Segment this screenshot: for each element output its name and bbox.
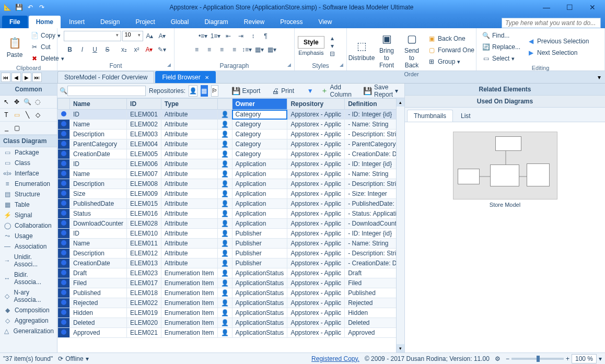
print-button[interactable]: 🖨Print — [267, 86, 298, 96]
table-row[interactable]: Rejected ELEM022 Enumeration Item 👤 Appl… — [58, 298, 404, 308]
save-report-button[interactable]: 💾Save Report ▾ — [359, 83, 402, 99]
table-row[interactable]: Hidden ELEM019 Enumeration Item 👤 Applic… — [58, 308, 404, 318]
table-row[interactable]: Approved ELEM021 Enumeration Item 👤 Appl… — [58, 328, 404, 338]
tell-me-input[interactable] — [502, 18, 601, 28]
sidebar-item[interactable]: ⤳Usage — [0, 231, 57, 241]
table-row[interactable]: ID ELEM010 Attribute 👤 Publisher Appstor… — [58, 229, 404, 239]
table-row[interactable]: Name ELEM007 Attribute 👤 Application App… — [58, 169, 404, 179]
forward-one-button[interactable]: ▢Forward One — [425, 45, 476, 55]
back-one-button[interactable]: ▣Back One — [425, 33, 476, 44]
nav-first-icon[interactable]: ⏮ — [1, 73, 10, 82]
shading-icon[interactable]: ▦▾ — [254, 44, 265, 55]
style-more-icon[interactable]: ⊟ — [327, 50, 338, 57]
text-tool-icon[interactable]: T — [2, 110, 11, 120]
undo-icon[interactable]: ↶ — [25, 2, 36, 13]
strike-icon[interactable]: S — [102, 44, 113, 55]
registered-link[interactable]: Registered Copy. — [311, 355, 359, 362]
repo-view3-icon[interactable]: 🏳 — [211, 85, 218, 97]
table-row[interactable]: Filed ELEM017 Enumeration Item 👤 Applica… — [58, 278, 404, 288]
column-header[interactable]: Repository — [287, 99, 345, 110]
shrink-font-icon[interactable]: A▾ — [157, 30, 168, 42]
select-button[interactable]: ▭Select ▾ — [480, 53, 522, 64]
minimize-button[interactable]: — — [536, 1, 557, 14]
offline-status[interactable]: ⟳Offline ▾ — [58, 355, 88, 362]
zoom-in-icon[interactable]: + — [566, 355, 569, 362]
table-row[interactable]: PublishedDate ELEM015 Attribute 👤 Applic… — [58, 199, 404, 209]
sidebar-item[interactable]: ◇N-ary Associa... — [0, 287, 57, 305]
tab-design[interactable]: Design — [93, 16, 127, 28]
export-button[interactable]: 💾Export — [227, 86, 265, 96]
table-row[interactable]: Status ELEM016 Attribute 👤 Application A… — [58, 209, 404, 219]
search-input[interactable] — [67, 86, 146, 96]
table-row[interactable]: Description ELEM012 Attribute 👤 Publishe… — [58, 249, 404, 259]
superscript-icon[interactable]: x² — [131, 44, 143, 55]
zoom-tool-icon[interactable]: 🔍 — [22, 97, 32, 107]
zoom-value[interactable]: 100 % — [572, 354, 597, 363]
shape-tool-icon[interactable]: ◇ — [33, 110, 42, 120]
save-icon[interactable]: 💾 — [14, 2, 24, 13]
line-spacing-icon[interactable]: ↕≡▾ — [241, 44, 253, 55]
settings-icon[interactable]: ⚙ — [495, 355, 501, 362]
sort-icon[interactable]: ↕ — [248, 30, 259, 42]
borders-icon[interactable]: ▦▾ — [266, 44, 278, 55]
column-header[interactable]: Type — [161, 99, 217, 110]
repo-view2-icon[interactable]: ▦ — [201, 85, 208, 97]
table-row[interactable]: Size ELEM009 Attribute 👤 Application App… — [58, 189, 404, 199]
sidebar-item[interactable]: ≡Enumeration — [0, 179, 57, 189]
vertical-scrollbar[interactable]: ▴ ▾ — [396, 98, 404, 353]
zoom-out-icon[interactable]: − — [506, 355, 509, 362]
scroll-down-icon[interactable]: ▾ — [397, 344, 404, 353]
pointer-tool-icon[interactable]: ↖ — [2, 97, 11, 107]
close-button[interactable]: ✕ — [582, 1, 603, 14]
zoom-dropdown-icon[interactable]: ▾ — [599, 355, 602, 362]
bold-icon[interactable]: B — [64, 44, 76, 55]
group-button[interactable]: ⊞Group ▾ — [425, 56, 476, 67]
distribute-button[interactable]: ⬚Distribute — [350, 38, 373, 63]
doc-tab-fieldbrowser[interactable]: Field Browser✕ — [155, 71, 215, 83]
tab-home[interactable]: Home — [29, 16, 61, 28]
column-header[interactable]: Owner — [232, 99, 287, 110]
nav-last-icon[interactable]: ⏭ — [32, 73, 42, 82]
italic-icon[interactable]: I — [77, 44, 88, 55]
table-row[interactable]: ID ELEM006 Attribute 👤 Application Appst… — [58, 159, 404, 169]
zoom-slider[interactable] — [511, 358, 564, 360]
close-tab-icon[interactable]: ✕ — [205, 75, 209, 80]
rect-tool-icon[interactable]: ▭ — [12, 110, 21, 120]
scroll-up-icon[interactable]: ▴ — [397, 98, 404, 107]
align-right-icon[interactable]: ≡ — [216, 44, 228, 55]
paragraph-marks-icon[interactable]: ¶ — [260, 30, 272, 42]
sidebar-item[interactable]: ▭Package — [0, 147, 57, 158]
font-family-combo[interactable] — [64, 31, 121, 41]
table-row[interactable]: CreationDate ELEM005 Attribute 👤 Categor… — [58, 149, 404, 159]
app-icon[interactable]: 📐 — [2, 2, 13, 13]
connector-tool-icon[interactable]: ⎯ — [2, 123, 11, 133]
style-down-icon[interactable]: ▾ — [327, 42, 338, 50]
sidebar-item[interactable]: ◇Aggregation — [0, 315, 57, 326]
tab-insert[interactable]: Insert — [62, 16, 92, 28]
grow-font-icon[interactable]: A▴ — [144, 30, 156, 42]
send-to-back-button[interactable]: ▢Send to Back — [400, 30, 423, 70]
tab-overflow-icon[interactable]: ▾ — [594, 72, 605, 83]
tab-view[interactable]: View — [311, 16, 340, 28]
align-left-icon[interactable]: ≡ — [191, 44, 203, 55]
table-row[interactable]: CreationDate ELEM013 Attribute 👤 Publish… — [58, 259, 404, 268]
table-row[interactable]: Description ELEM003 Attribute 👤 Category… — [58, 130, 404, 139]
pan-tool-icon[interactable]: ✥ — [12, 97, 21, 107]
table-row[interactable]: DownloadCounter ELEM028 Attribute 👤 Appl… — [58, 219, 404, 229]
line-tool-icon[interactable]: ╲ — [22, 110, 32, 120]
sidebar-item[interactable]: «i»Interface — [0, 168, 57, 179]
repo-view1-icon[interactable]: 👤 — [189, 85, 197, 97]
zoom-control[interactable]: − + 100 % ▾ — [506, 354, 602, 363]
column-header[interactable]: Name — [70, 99, 127, 110]
sidebar-item[interactable]: ◯Collaboration — [0, 220, 57, 231]
highlight-icon[interactable]: ✎▾ — [156, 44, 168, 55]
find-button[interactable]: 🔍Find... — [480, 30, 522, 41]
sidebar-item[interactable]: ◆Composition — [0, 305, 57, 315]
field-grid[interactable]: NameIDTypeOwnerRepositoryDefinition ID E… — [57, 98, 404, 353]
tab-file[interactable]: File — [2, 16, 28, 28]
table-row[interactable]: ParentCategory ELEM004 Attribute 👤 Categ… — [58, 139, 404, 149]
table-row[interactable]: Draft ELEM023 Enumeration Item 👤 Applica… — [58, 268, 404, 278]
justify-icon[interactable]: ≡ — [229, 44, 240, 55]
tab-process[interactable]: Process — [273, 16, 310, 28]
tab-review[interactable]: Review — [237, 16, 272, 28]
